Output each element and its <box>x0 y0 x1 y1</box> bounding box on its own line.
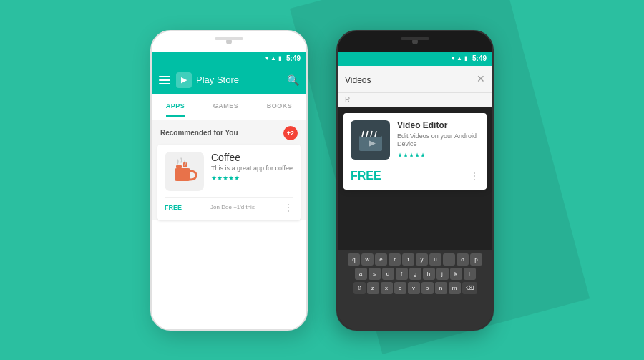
key-l[interactable]: l <box>464 268 476 280</box>
result-app-name: Video Editor <box>397 120 479 130</box>
key-backspace[interactable]: ⌫ <box>462 282 477 294</box>
result-info: Video Editor Edit Videos on your Android… <box>397 120 479 159</box>
result-app-stars: ★★★★★ <box>397 152 479 159</box>
key-k[interactable]: k <box>450 268 462 280</box>
status-bar-dark: ▾ ▲ ▮ 5:49 <box>338 52 492 66</box>
result-app-desc: Edit Videos on your Android Device <box>397 132 479 149</box>
key-p[interactable]: p <box>470 253 482 266</box>
key-x[interactable]: x <box>381 282 393 294</box>
phone-white: ▾ ▲ ▮ 5:49 ▶ Play Store 🔍 APPS GAMES <box>150 30 308 331</box>
speaker-dark <box>401 37 429 40</box>
app-title: ▶ Play Store <box>176 72 281 88</box>
result-footer: FREE ⋮ <box>351 165 479 183</box>
key-d[interactable]: d <box>382 268 394 280</box>
status-time-white: 5:49 <box>286 54 301 62</box>
phone-top-bar-white <box>152 31 306 52</box>
svg-rect-1 <box>176 165 182 168</box>
app-user-note: Jon Doe +1'd this <box>210 204 255 210</box>
key-r[interactable]: r <box>389 253 401 266</box>
keyboard-row-3: ⇧ z x c v b n m ⌫ <box>339 282 491 294</box>
wifi-icon-white: ▲ <box>270 55 276 62</box>
app-card-footer: FREE Jon Doe +1'd this ⋮ <box>165 197 293 213</box>
search-result-card[interactable]: Video Editor Edit Videos on your Android… <box>343 113 487 190</box>
hamburger-icon[interactable] <box>159 76 170 84</box>
status-bar-white: ▾ ▲ ▮ 5:49 <box>152 52 306 66</box>
key-h[interactable]: h <box>423 268 435 280</box>
more-options-icon[interactable]: ⋮ <box>283 202 293 213</box>
app-price-coffee: FREE <box>165 204 182 211</box>
app-name-coffee: Coffee <box>211 152 293 163</box>
search-text-value: Videos <box>345 75 371 85</box>
speaker-white <box>215 37 243 40</box>
status-time-dark: 5:49 <box>472 54 487 62</box>
battery-icon-dark: ▮ <box>464 55 467 62</box>
tabs-bar: APPS GAMES BOOKS <box>152 94 306 120</box>
notification-badge: +2 <box>283 126 298 140</box>
search-bar[interactable]: Videos ✕ <box>338 66 492 93</box>
toolbar-white: ▶ Play Store 🔍 <box>152 66 306 94</box>
tab-apps[interactable]: APPS <box>166 102 185 111</box>
clapperboard-svg <box>356 125 385 154</box>
result-tab-hint: R <box>338 93 492 107</box>
key-i[interactable]: i <box>443 253 455 266</box>
app-title-text: Play Store <box>196 74 239 85</box>
phone-top-bar-dark <box>338 31 492 52</box>
signal-icon-white: ▾ <box>265 55 268 62</box>
svg-rect-0 <box>175 168 190 181</box>
key-o[interactable]: o <box>457 253 469 266</box>
keyboard-row-2: a s d f g h j k l <box>339 268 491 280</box>
key-s[interactable]: s <box>369 268 381 280</box>
app-stars-coffee: ★★★★★ <box>211 175 293 182</box>
key-j[interactable]: j <box>436 268 449 280</box>
app-info-coffee: Coffee This is a great app for coffee ★★… <box>211 152 293 183</box>
key-b[interactable]: b <box>421 282 434 294</box>
key-z[interactable]: z <box>367 282 379 294</box>
key-f[interactable]: f <box>396 268 408 280</box>
virtual-keyboard[interactable]: q w e r t y u i o p a s d f g h j k l <box>338 250 492 329</box>
play-store-icon: ▶ <box>176 72 192 88</box>
key-e[interactable]: e <box>375 253 387 266</box>
result-price: FREE <box>351 170 381 183</box>
key-n[interactable]: n <box>435 282 447 294</box>
signal-icon-dark: ▾ <box>452 55 454 62</box>
key-q[interactable]: q <box>348 253 360 266</box>
keyboard-row-1: q w e r t y u i o p <box>339 253 491 266</box>
phone-dark: ▾ ▲ ▮ 5:49 Videos ✕ R <box>336 30 494 331</box>
result-tab-label: R <box>345 96 350 104</box>
close-search-icon[interactable]: ✕ <box>477 73 485 84</box>
phone-content: Recommended for You +2 <box>152 120 306 220</box>
key-v[interactable]: v <box>408 282 420 294</box>
search-icon-white[interactable]: 🔍 <box>287 74 299 86</box>
result-more-icon[interactable]: ⋮ <box>469 170 479 182</box>
tab-apps-label: APPS <box>166 102 185 110</box>
app-card-content: Coffee This is a great app for coffee ★★… <box>165 152 293 191</box>
search-input-dark[interactable]: Videos <box>345 73 471 85</box>
key-g[interactable]: g <box>409 268 421 280</box>
video-editor-icon <box>351 120 390 160</box>
key-shift[interactable]: ⇧ <box>353 282 366 294</box>
key-m[interactable]: m <box>449 282 461 294</box>
tab-books-label: BOOKS <box>267 102 293 110</box>
section-title: Recommended for You <box>160 129 238 137</box>
phones-container: ▾ ▲ ▮ 5:49 ▶ Play Store 🔍 APPS GAMES <box>150 30 494 331</box>
tab-games-label: GAMES <box>213 102 239 110</box>
tab-books[interactable]: BOOKS <box>267 102 293 111</box>
app-desc-coffee: This is a great app for coffee <box>211 165 293 173</box>
key-t[interactable]: t <box>402 253 414 266</box>
battery-icon-white: ▮ <box>278 55 281 62</box>
wifi-icon-dark: ▲ <box>457 55 462 62</box>
app-card-coffee[interactable]: Coffee This is a great app for coffee ★★… <box>157 145 301 220</box>
key-a[interactable]: a <box>355 268 367 280</box>
coffee-mug-svg <box>170 157 199 185</box>
key-u[interactable]: u <box>429 253 441 266</box>
text-cursor <box>371 73 371 83</box>
section-header: Recommended for You +2 <box>152 120 306 145</box>
key-y[interactable]: y <box>416 253 428 266</box>
key-w[interactable]: w <box>361 253 374 266</box>
app-icon-coffee <box>165 152 204 191</box>
key-c[interactable]: c <box>394 282 406 294</box>
tab-games[interactable]: GAMES <box>213 102 239 111</box>
result-content: Video Editor Edit Videos on your Android… <box>351 120 479 160</box>
